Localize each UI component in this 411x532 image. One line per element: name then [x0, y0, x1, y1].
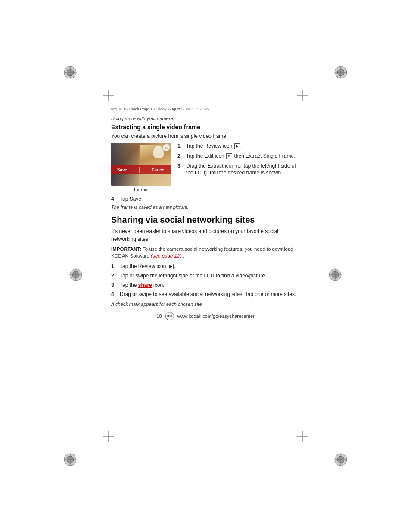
step-3-num: 3	[177, 162, 184, 177]
sharing-step-3-text: Tap the share icon.	[120, 282, 300, 289]
crosshair-bottom-right	[297, 431, 308, 442]
sharing-step-1-text: Tap the Review icon ▶.	[120, 263, 300, 270]
sharing-step-1-num: 1	[111, 263, 117, 270]
sharing-step-1: 1 Tap the Review icon ▶.	[111, 263, 300, 270]
sharing-step-3-num: 3	[111, 282, 117, 289]
check-note: A check mark appears for each chosen sit…	[111, 302, 300, 307]
sharing-step-4-num: 4	[111, 291, 117, 298]
save-cancel-bar: Save Cancel	[111, 165, 171, 174]
reg-mark-tr	[333, 65, 349, 80]
important-end: .	[183, 253, 184, 258]
bar-divider	[139, 167, 140, 173]
footer-url: www.kodak.com/go/easysharecenter	[177, 314, 255, 319]
review-icon-2: ▶	[168, 264, 174, 269]
step-1-text: Tap the Review icon ▶.	[186, 143, 300, 150]
reg-mark-bl	[62, 452, 78, 467]
sharing-step-3: 3 Tap the share icon.	[111, 282, 300, 289]
extract-heading: Extracting a single video frame	[111, 124, 300, 131]
reg-mark-br	[333, 452, 349, 467]
reg-mark-right	[327, 267, 343, 283]
page-number: 18	[156, 314, 162, 319]
step-2-text: Tap the Edit icon ✕ then Extract Single …	[186, 152, 300, 160]
camera-screenshot: ☺ Save Cancel	[111, 143, 171, 186]
sharing-heading: Sharing via social networking sites	[111, 215, 300, 225]
step-4-note: The frame is saved as a new picture.	[111, 205, 300, 210]
content-area: urg_01150.book Page 18 Friday, August 5,…	[111, 107, 300, 425]
sharing-step-4: 4 Drag or swipe to see available social …	[111, 291, 300, 298]
extract-steps: 1 Tap the Review icon ▶. 2 Tap the Edit …	[177, 143, 300, 192]
sharing-step-2-text: Tap or swipe the left/right side of the …	[120, 272, 300, 280]
sharing-intro: It’s never been easier to share videos a…	[111, 227, 300, 243]
page-container: urg_01150.book Page 18 Friday, August 5,…	[0, 0, 411, 532]
crosshair-bottom-left	[103, 431, 114, 442]
extract-intro: You can create a picture from a single v…	[111, 132, 300, 140]
share-word: share	[138, 282, 152, 288]
step-3-text: Drag the Extract icon (or tap the left/r…	[186, 162, 300, 177]
face-icon: ☺	[163, 144, 170, 151]
page-footer: 18 EN www.kodak.com/go/easysharecenter	[111, 312, 300, 320]
section-label: Doing more with your camera	[111, 116, 300, 121]
important-label: IMPORTANT:	[111, 246, 141, 252]
person-icon	[153, 146, 164, 158]
crosshair-top-right	[297, 90, 308, 101]
en-badge: EN	[165, 312, 174, 320]
review-icon-1: ▶	[234, 143, 240, 149]
step-2: 2 Tap the Edit icon ✕ then Extract Singl…	[177, 152, 300, 160]
sharing-step-4-text: Drag or swipe to see available social ne…	[120, 291, 300, 298]
important-link[interactable]: (see page 12)	[151, 253, 181, 258]
cancel-btn-label: Cancel	[151, 168, 165, 172]
extract-label: Extract	[134, 187, 149, 192]
extract-layout: ☺ Save Cancel Extract 1 Tap the Review	[111, 143, 300, 192]
step-4-num: 4	[111, 196, 117, 203]
save-btn-label: Save	[117, 168, 127, 172]
edit-icon: ✕	[226, 153, 232, 159]
file-info-text: urg_01150.book Page 18 Friday, August 5,…	[111, 107, 210, 111]
step-4: 4 Tap Save.	[111, 196, 300, 203]
step-4-text: Tap Save.	[120, 196, 300, 203]
important-note: IMPORTANT: To use the camera social netw…	[111, 246, 300, 259]
sharing-steps: 1 Tap the Review icon ▶. 2 Tap or swipe …	[111, 263, 300, 298]
sharing-step-2-num: 2	[111, 272, 117, 280]
reg-mark-tl	[62, 65, 78, 80]
step-1: 1 Tap the Review icon ▶.	[177, 143, 300, 150]
sharing-step-2: 2 Tap or swipe the left/right side of th…	[111, 272, 300, 280]
step-1-num: 1	[177, 143, 184, 150]
image-overlay	[111, 143, 139, 186]
crosshair-top-left	[103, 90, 114, 101]
step-3: 3 Drag the Extract icon (or tap the left…	[177, 162, 300, 177]
step-2-num: 2	[177, 152, 184, 160]
reg-mark-left	[68, 267, 84, 283]
file-info: urg_01150.book Page 18 Friday, August 5,…	[111, 107, 300, 113]
